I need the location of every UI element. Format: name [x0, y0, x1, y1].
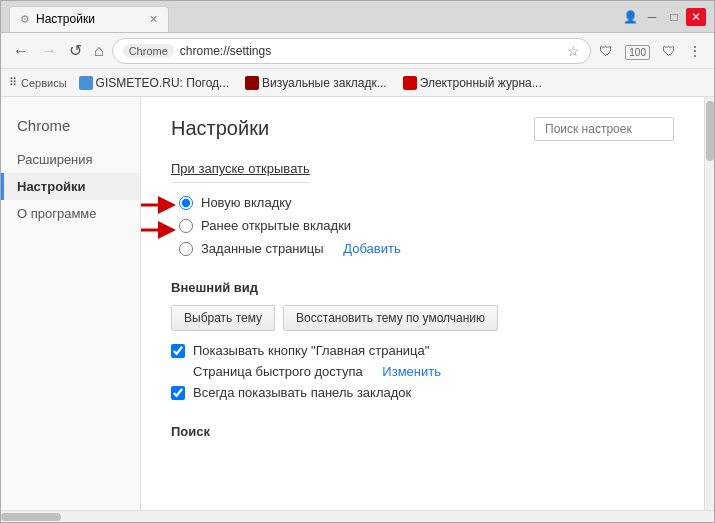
visual-icon: [245, 76, 259, 90]
content-area: Chrome Расширения Настройки О программе …: [1, 97, 714, 510]
tab-close-button[interactable]: ✕: [149, 13, 158, 26]
checkbox-quick-access[interactable]: Страница быстрого доступа Изменить: [171, 364, 674, 379]
startup-radio-newtab[interactable]: [179, 196, 193, 210]
apps-grid-icon: ⠿: [9, 76, 17, 89]
bookmark-email-label: Электронный журна...: [420, 76, 542, 90]
forward-button[interactable]: →: [37, 40, 61, 62]
security-icon[interactable]: 🛡: [658, 41, 680, 61]
checkbox-bookmarks-bar[interactable]: Всегда показывать панель закладок: [171, 385, 674, 400]
bookmarks-bar-label: Всегда показывать панель закладок: [193, 385, 411, 400]
startup-option-previous[interactable]: Ранее открытые вкладки: [179, 218, 674, 233]
close-button[interactable]: ✕: [686, 8, 706, 26]
address-scheme: Chrome: [123, 44, 174, 58]
user-icon-button[interactable]: 👤: [620, 8, 640, 26]
startup-radio-pages[interactable]: [179, 242, 193, 256]
bookmark-gismeteo-label: GISMETEO.RU: Погод...: [96, 76, 230, 90]
bookmarks-bar-checkbox[interactable]: [171, 386, 185, 400]
main-header: Настройки: [171, 117, 674, 141]
main-content: Настройки При запуске открывать 1: [141, 97, 704, 510]
nav-icons: 🛡 100 🛡 ⋮: [595, 41, 706, 61]
quick-access-link[interactable]: Изменить: [382, 364, 441, 379]
navigation-bar: ← → ↺ ⌂ Chrome chrome://settings ☆ 🛡 100…: [1, 33, 714, 69]
bookmark-email[interactable]: Электронный журна...: [399, 74, 546, 92]
checkbox-home-button[interactable]: Показывать кнопку "Главная страница": [171, 343, 674, 358]
titlebar: ⚙ Настройки ✕ 👤 ─ □ ✕: [1, 1, 714, 33]
startup-add-link[interactable]: Добавить: [343, 241, 400, 256]
tab-settings-icon: ⚙: [20, 13, 30, 26]
shield-icon[interactable]: 🛡: [595, 41, 617, 61]
startup-radio-previous[interactable]: [179, 219, 193, 233]
apps-label: Сервисы: [21, 77, 67, 89]
email-icon: [403, 76, 417, 90]
bookmarks-bar: ⠿ Сервисы GISMETEO.RU: Погод... Визуальн…: [1, 69, 714, 97]
startup-section-title[interactable]: При запуске открывать: [171, 161, 310, 183]
back-button[interactable]: ←: [9, 40, 33, 62]
quick-access-label: Страница быстрого доступа: [193, 364, 363, 379]
home-button-checkbox[interactable]: [171, 344, 185, 358]
appearance-section-title: Внешний вид: [171, 280, 674, 295]
address-bar[interactable]: Chrome chrome://settings ☆: [112, 38, 592, 64]
search-section-title: Поиск: [171, 424, 674, 439]
sidebar: Chrome Расширения Настройки О программе: [1, 97, 141, 510]
sidebar-brand: Chrome: [1, 113, 140, 146]
startup-option-newtab-label: Новую вкладку: [201, 195, 292, 210]
startup-section: При запуске открывать 1: [171, 161, 674, 256]
bookmark-gismeteo[interactable]: GISMETEO.RU: Погод...: [75, 74, 234, 92]
choose-theme-button[interactable]: Выбрать тему: [171, 305, 275, 331]
h-scrollbar-track[interactable]: [1, 512, 714, 522]
apps-item[interactable]: ⠿ Сервисы: [9, 76, 67, 89]
gismeteo-icon: [79, 76, 93, 90]
window-controls: 👤 ─ □ ✕: [620, 8, 706, 26]
minimize-button[interactable]: ─: [642, 8, 662, 26]
scrollbar-thumb[interactable]: [706, 101, 714, 161]
reset-theme-button[interactable]: Восстановить тему по умолчанию: [283, 305, 498, 331]
search-section: Поиск: [171, 424, 674, 439]
refresh-button[interactable]: ↺: [65, 39, 86, 62]
sidebar-item-about[interactable]: О программе: [1, 200, 140, 227]
bookmark-visual-label: Визуальные закладк...: [262, 76, 387, 90]
tab-title: Настройки: [36, 12, 95, 26]
sidebar-item-extensions[interactable]: Расширения: [1, 146, 140, 173]
h-scrollbar-thumb[interactable]: [1, 513, 61, 521]
horizontal-scrollbar[interactable]: [1, 510, 714, 522]
sidebar-item-settings[interactable]: Настройки: [1, 173, 140, 200]
address-text: chrome://settings: [180, 44, 562, 58]
maximize-button[interactable]: □: [664, 8, 684, 26]
home-button[interactable]: ⌂: [90, 40, 108, 62]
theme-buttons: Выбрать тему Восстановить тему по умолча…: [171, 305, 674, 331]
startup-option-newtab[interactable]: Новую вкладку: [179, 195, 674, 210]
startup-option-previous-label: Ранее открытые вкладки: [201, 218, 351, 233]
active-tab[interactable]: ⚙ Настройки ✕: [9, 6, 169, 32]
browser-window: ⚙ Настройки ✕ 👤 ─ □ ✕ ← → ↺ ⌂ Chrome chr…: [0, 0, 715, 523]
settings-search-input[interactable]: [534, 117, 674, 141]
page-title: Настройки: [171, 117, 269, 140]
counter-icon[interactable]: 100: [621, 41, 654, 61]
startup-option-pages[interactable]: Заданные страницы Добавить: [179, 241, 674, 256]
annotation-arrow: 1: [141, 185, 179, 275]
home-button-label: Показывать кнопку "Главная страница": [193, 343, 429, 358]
startup-radio-group: 1: [179, 195, 674, 256]
startup-option-pages-label: Заданные страницы: [201, 241, 324, 256]
appearance-section: Внешний вид Выбрать тему Восстановить те…: [171, 280, 674, 400]
menu-button[interactable]: ⋮: [684, 41, 706, 61]
bookmark-star-icon[interactable]: ☆: [567, 43, 580, 59]
vertical-scrollbar[interactable]: [704, 97, 714, 510]
bookmark-visual[interactable]: Визуальные закладк...: [241, 74, 391, 92]
